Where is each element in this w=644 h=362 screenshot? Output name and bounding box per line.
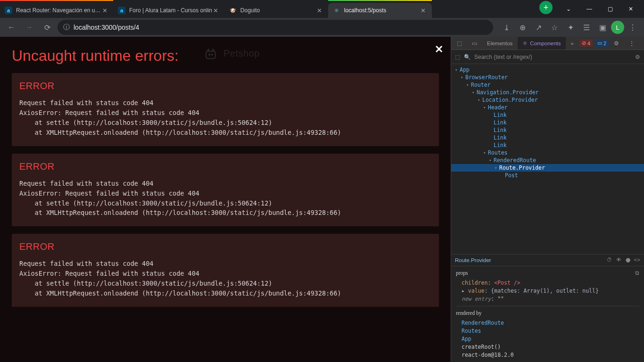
- close-tab-icon[interactable]: ✕: [212, 7, 220, 14]
- error-card: ERRORRequest failed with status code 404…: [12, 73, 439, 146]
- component-tree[interactable]: ▾ App▾ BrowserRouter▾ Router▾ Navigation…: [451, 64, 644, 254]
- tree-node[interactable]: Link: [451, 134, 644, 141]
- tab-title: localhost:5/posts: [344, 7, 420, 14]
- prop-value: ▸ value: {matches: Array(1), outlet: nul…: [456, 287, 639, 295]
- error-card: ERRORRequest failed with status code 404…: [12, 154, 439, 227]
- components-settings-icon[interactable]: ⚙: [635, 54, 640, 60]
- bug-icon[interactable]: ⬣: [626, 257, 630, 263]
- site-logo: Petshop: [203, 45, 260, 61]
- tree-node[interactable]: ▾ Router: [451, 81, 644, 89]
- reload-button[interactable]: ⟳: [40, 20, 55, 35]
- tree-node[interactable]: ▾ RenderedRoute: [451, 156, 644, 164]
- browser-tab[interactable]: 🐶Doguito✕: [224, 3, 328, 18]
- maximize-button[interactable]: ▢: [601, 2, 619, 16]
- back-button[interactable]: ←: [4, 20, 19, 35]
- tab-strip: aReact Router: Navegación en una✕aForo |…: [0, 0, 538, 18]
- tabs-overflow[interactable]: »: [566, 37, 578, 49]
- rendered-by-item: react-dom@18.2.0: [462, 351, 639, 359]
- minimize-button[interactable]: ―: [580, 2, 599, 16]
- info-count-badge[interactable]: ▭ 2: [595, 40, 609, 47]
- tree-node[interactable]: ▾ Navigation.Provider: [451, 89, 644, 96]
- select-element-icon[interactable]: ⬚: [455, 54, 460, 60]
- tab-components[interactable]: ⚛ Components: [518, 37, 565, 49]
- devtools-menu-icon[interactable]: ⋮: [624, 37, 639, 49]
- window-controls: ⌄ ― ▢ ✕: [555, 0, 644, 18]
- devtools-settings-icon[interactable]: ⚙: [609, 37, 624, 49]
- react-icon: ⚛: [522, 40, 528, 47]
- overlay-close-button[interactable]: ✕: [435, 43, 443, 56]
- tree-node[interactable]: Link: [451, 111, 644, 119]
- profile-avatar[interactable]: L: [611, 21, 624, 34]
- browser-tab[interactable]: aReact Router: Navegación en una✕: [0, 3, 113, 18]
- close-tab-icon[interactable]: ✕: [420, 7, 427, 14]
- extensions-icon[interactable]: ✦: [563, 20, 578, 35]
- rendered-by-item[interactable]: Routes: [462, 327, 639, 335]
- browser-tab[interactable]: ⚛localhost:5/posts✕: [328, 3, 432, 18]
- tree-node[interactable]: ▾ App: [451, 66, 644, 74]
- tree-node[interactable]: ▾ Route.Provider: [451, 164, 644, 172]
- bookmark-icon[interactable]: ☆: [547, 20, 562, 35]
- share-icon[interactable]: ↗: [531, 20, 546, 35]
- url-text: localhost:3000/posts/4: [74, 24, 139, 31]
- tree-node[interactable]: ▾ Routes: [451, 149, 644, 156]
- forward-button[interactable]: →: [22, 20, 37, 35]
- page-viewport: ✕ Petshop Uncaught runtime errors: ERROR…: [0, 37, 451, 362]
- react-icon: ⚛: [333, 7, 340, 14]
- site-info-icon[interactable]: ⓘ: [63, 23, 70, 32]
- rendered-by-item[interactable]: App: [462, 335, 639, 343]
- rendered-by-heading: rendered by: [456, 309, 639, 317]
- svg-rect-0: [206, 51, 215, 59]
- devtools-close-icon[interactable]: ✕: [640, 37, 644, 49]
- components-search-bar: ⬚ 🔍 ⚙: [451, 50, 644, 64]
- address-bar[interactable]: ⓘ localhost:3000/posts/4: [58, 20, 493, 35]
- error-stack: Request failed with status code 404 Axio…: [19, 259, 431, 298]
- close-window-button[interactable]: ✕: [621, 2, 640, 16]
- close-tab-icon[interactable]: ✕: [316, 7, 323, 14]
- tree-node[interactable]: ▾ BrowserRouter: [451, 74, 644, 81]
- inspect-element-icon[interactable]: ⬚: [452, 37, 467, 49]
- prop-children: children: <Post />: [456, 279, 639, 287]
- error-stack: Request failed with status code 404 Axio…: [19, 179, 431, 218]
- tree-node[interactable]: ▾ Location.Provider: [451, 96, 644, 104]
- components-search-input[interactable]: [474, 54, 631, 60]
- tab-title: React Router: Navegación en una: [16, 7, 101, 14]
- rendered-by-item[interactable]: RenderedRoute: [462, 319, 639, 327]
- tree-node[interactable]: Post: [451, 172, 644, 179]
- timer-icon[interactable]: ⏱: [607, 257, 612, 263]
- props-heading: props: [456, 269, 468, 277]
- dropdown-icon[interactable]: ⌄: [559, 2, 578, 16]
- error-card: ERRORRequest failed with status code 404…: [12, 234, 439, 307]
- source-icon[interactable]: <>: [634, 257, 640, 263]
- inspected-component-name: Route.Provider: [455, 257, 491, 263]
- prop-new-entry[interactable]: new entry: "": [456, 295, 639, 303]
- tab-elements[interactable]: Elementos: [482, 37, 517, 49]
- browser-tab[interactable]: aForo | Alura Latam - Cursos onlin✕: [113, 3, 224, 18]
- download-icon[interactable]: ⤓: [499, 20, 514, 35]
- device-toggle-icon[interactable]: ▭: [467, 37, 482, 49]
- eye-icon[interactable]: 👁: [616, 257, 622, 263]
- panel-icon[interactable]: ▣: [595, 20, 610, 35]
- devtools-tabs: ⬚ ▭ Elementos ⚛ Components » ⊘ 4 ▭ 2 ⚙ ⋮…: [451, 37, 644, 50]
- tree-node[interactable]: Link: [451, 126, 644, 134]
- favicon-icon: a: [118, 7, 125, 14]
- search-icon[interactable]: ⊕: [515, 20, 530, 35]
- favicon-icon: a: [5, 7, 12, 14]
- tab-title: Foro | Alura Latam - Cursos onlin: [129, 7, 212, 14]
- error-count-badge[interactable]: ⊘ 4: [579, 40, 593, 47]
- close-tab-icon[interactable]: ✕: [101, 7, 108, 14]
- props-panel: props ⧉ children: <Post /> ▸ value: {mat…: [451, 266, 644, 362]
- error-title: ERROR: [19, 161, 431, 172]
- devtools-panel: ⬚ ▭ Elementos ⚛ Components » ⊘ 4 ▭ 2 ⚙ ⋮…: [451, 37, 644, 362]
- new-tab-button[interactable]: +: [539, 1, 553, 14]
- sidepanel-icon[interactable]: ☰: [579, 20, 594, 35]
- copy-props-icon[interactable]: ⧉: [635, 269, 639, 277]
- kebab-menu[interactable]: ⋮: [625, 20, 640, 35]
- tree-node[interactable]: Link: [451, 119, 644, 126]
- inspected-component-bar: Route.Provider ⏱ 👁 ⬣ <>: [451, 254, 644, 266]
- tree-node[interactable]: ▾ Header: [451, 104, 644, 111]
- error-stack: Request failed with status code 404 Axio…: [19, 98, 431, 138]
- error-title: ERROR: [19, 81, 431, 91]
- tree-node[interactable]: Link: [451, 141, 644, 149]
- logo-text: Petshop: [223, 48, 260, 59]
- search-icon: 🔍: [464, 54, 471, 60]
